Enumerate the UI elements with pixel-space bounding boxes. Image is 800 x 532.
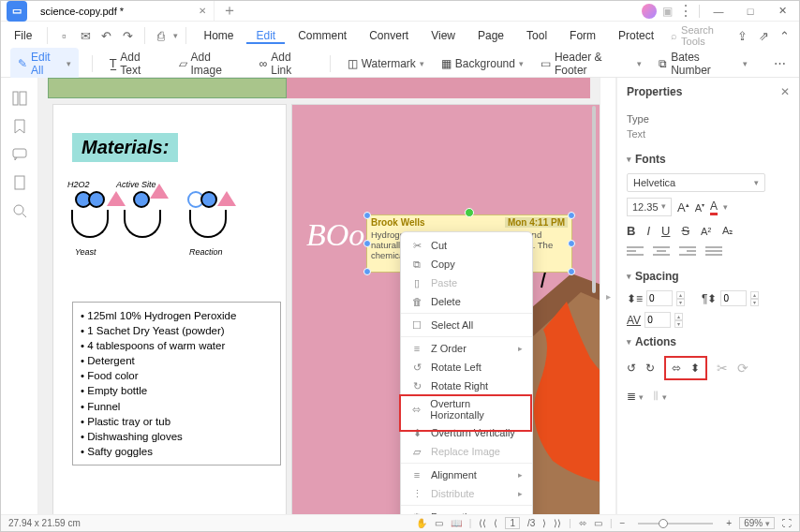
rotate-right-action[interactable]: ↻	[645, 362, 655, 375]
scrollbar[interactable]	[592, 106, 596, 293]
export-icon[interactable]: ⇪	[733, 25, 751, 46]
fullscreen-icon[interactable]: ⛶	[782, 518, 792, 528]
subscript-button[interactable]: A₂	[722, 225, 733, 237]
ctx-rotate-left[interactable]: ↺Rotate Left	[401, 358, 532, 377]
text-icon: T̲	[110, 57, 116, 70]
font-color-icon[interactable]: A	[710, 200, 718, 215]
rotate-left-action[interactable]: ↺	[627, 362, 636, 375]
menu-form[interactable]: Form	[560, 29, 605, 42]
next-page-button[interactable]: ⟩	[542, 518, 546, 528]
search-tools[interactable]: ⌕ Search Tools	[671, 24, 730, 47]
page-current-input[interactable]: 1	[510, 518, 515, 528]
attachment-icon[interactable]	[12, 175, 27, 190]
bates-number-button[interactable]: ⧉Bates Number▾	[655, 49, 751, 79]
background-button[interactable]: ▦Background▾	[437, 55, 527, 72]
new-tab-button[interactable]: ＋	[215, 1, 244, 21]
para-spacing-input[interactable]	[720, 290, 747, 306]
zoom-slider[interactable]	[638, 523, 713, 525]
font-size-input[interactable]: 12.35▾	[627, 198, 672, 216]
search-rail-icon[interactable]	[12, 203, 27, 218]
flip-v-action[interactable]: ⬍	[690, 362, 700, 375]
prev-page-button[interactable]: ⟨	[494, 518, 497, 528]
overflow-icon[interactable]: ⋯	[770, 53, 790, 74]
add-text-button[interactable]: T̲Add Text	[106, 49, 165, 79]
document-tab[interactable]: science-copy.pdf * ✕	[33, 1, 215, 21]
menu-edit[interactable]: Edit	[246, 27, 285, 44]
menu-home[interactable]: Home	[194, 29, 243, 42]
ctx-overturn-v[interactable]: ⬍Overturn Vertically	[401, 423, 532, 442]
reading-mode-icon[interactable]: 📖	[451, 518, 462, 528]
select-tool-icon[interactable]: ▭	[435, 518, 443, 528]
list-item: • Empty bottle	[81, 383, 273, 398]
superscript-button[interactable]: A²	[701, 226, 711, 237]
flip-h-action[interactable]: ⬄	[672, 362, 681, 375]
fit-width-icon[interactable]: ⬄	[579, 518, 586, 528]
save-icon[interactable]: ▫	[55, 25, 73, 46]
undo-icon[interactable]: ↶	[98, 25, 116, 46]
underline-button[interactable]: U	[661, 224, 670, 238]
first-page-button[interactable]: ⟨⟨	[479, 518, 486, 528]
ctx-z-order[interactable]: ≡Z Order▸	[401, 339, 532, 358]
font-shrink-icon[interactable]: A▾	[695, 201, 704, 214]
distribute-action[interactable]: ⫴ ▾	[653, 388, 667, 404]
file-menu[interactable]: File	[7, 29, 39, 42]
kebab-menu-icon[interactable]: ⋮	[678, 2, 693, 20]
align-justify-button[interactable]	[705, 245, 722, 259]
align-right-button[interactable]	[679, 245, 696, 259]
add-image-button[interactable]: ▱Add Image	[175, 49, 246, 79]
thumbnails-icon[interactable]	[12, 91, 27, 106]
font-grow-icon[interactable]: A▴	[677, 200, 689, 214]
ctx-cut[interactable]: ✂Cut	[401, 236, 532, 255]
collapse-ribbon-icon[interactable]: ⌃	[776, 25, 793, 46]
print-icon[interactable]: ⎙	[153, 25, 170, 46]
window-minimize-button[interactable]: —	[705, 1, 732, 22]
edit-all-button[interactable]: ✎ Edit All ▾	[10, 48, 79, 80]
ctx-delete[interactable]: 🗑Delete	[401, 292, 532, 311]
menu-view[interactable]: View	[422, 29, 465, 42]
share-icon[interactable]: ⇗	[755, 25, 773, 46]
last-page-button[interactable]: ⟩⟩	[554, 518, 561, 528]
ctx-properties[interactable]: ⚙Properties	[401, 508, 532, 514]
menu-page[interactable]: Page	[468, 29, 513, 42]
panel-close-icon[interactable]: ✕	[780, 85, 790, 98]
replace-action[interactable]: ⟳	[737, 361, 748, 376]
italic-button[interactable]: I	[646, 224, 650, 238]
hand-tool-icon[interactable]: ✋	[416, 518, 427, 528]
line-spacing-input[interactable]	[646, 290, 673, 306]
watermark-button[interactable]: ◫Watermark▾	[344, 55, 428, 72]
font-family-select[interactable]: Helvetica▾	[627, 173, 765, 192]
menu-comment[interactable]: Comment	[289, 29, 356, 42]
comment-icon[interactable]	[12, 147, 27, 162]
ctx-rotate-right[interactable]: ↻Rotate Right	[401, 377, 532, 395]
panel-collapse-handle[interactable]: ▸	[600, 78, 616, 514]
header-footer-button[interactable]: ▭Header & Footer▾	[537, 49, 645, 79]
document-canvas[interactable]: W Materials: H2O2 Active Site Yeast Reac…	[38, 78, 600, 514]
ctx-alignment[interactable]: ≡Alignment▸	[401, 466, 532, 484]
ctx-select-all[interactable]: ☐Select All	[401, 316, 532, 334]
align-left-button[interactable]	[627, 245, 644, 259]
align-center-button[interactable]	[653, 245, 670, 259]
mail-icon[interactable]: ✉	[77, 25, 95, 46]
menu-protect[interactable]: Protect	[609, 29, 663, 42]
cloud-icon[interactable]: ▣	[662, 5, 673, 18]
zoom-out-button[interactable]: −	[620, 518, 626, 528]
add-link-button[interactable]: ∞Add Link	[256, 49, 317, 79]
redo-icon[interactable]: ↷	[119, 25, 137, 46]
strike-button[interactable]: S	[681, 224, 689, 238]
bookmark-icon[interactable]	[12, 119, 27, 134]
menu-tool[interactable]: Tool	[517, 29, 556, 42]
tab-close-icon[interactable]: ✕	[199, 6, 206, 16]
fit-page-icon[interactable]: ▭	[594, 518, 602, 528]
window-close-button[interactable]: ✕	[769, 1, 795, 22]
menu-convert[interactable]: Convert	[360, 29, 418, 42]
crop-action[interactable]: ✂	[717, 361, 728, 376]
zoom-level[interactable]: 69% ▾	[739, 517, 775, 529]
window-maximize-button[interactable]: □	[737, 1, 763, 22]
ai-badge-icon[interactable]	[642, 4, 657, 19]
ctx-copy[interactable]: ⧉Copy	[401, 255, 532, 273]
char-spacing-input[interactable]	[644, 312, 671, 328]
bold-button[interactable]: B	[627, 224, 635, 238]
zoom-in-button[interactable]: +	[726, 518, 732, 528]
align-action[interactable]: ≣ ▾	[627, 390, 644, 403]
ctx-overturn-h[interactable]: ⬄Overturn Horizontally	[401, 395, 532, 423]
